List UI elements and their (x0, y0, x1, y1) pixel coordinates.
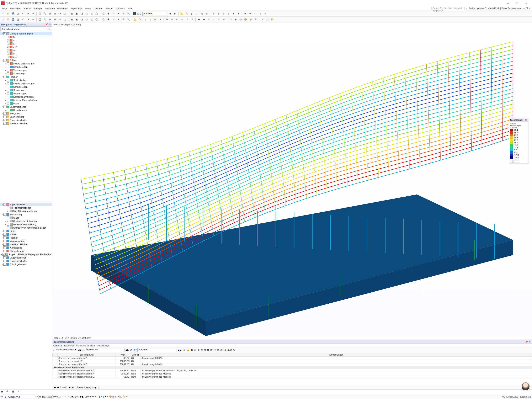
toolbar-button[interactable]: 🎨 (243, 17, 248, 22)
bottom-tool[interactable]: ↔ (96, 395, 99, 398)
tree-row[interactable]: ▸Linien (0, 229, 52, 233)
toolbar-button[interactable]: ⤢ (263, 12, 268, 16)
checkbox[interactable] (3, 236, 6, 239)
tree-row[interactable]: ▸Ergebnisschnitte (0, 119, 52, 122)
3d-canvas[interactable]: Verschiebungen u_Z [mm] Steuerpanel✕ (52, 22, 532, 336)
toolbar-button[interactable]: ⊖ (165, 17, 169, 22)
checkbox[interactable] (7, 220, 9, 222)
panel-tab1-icon[interactable] (510, 160, 513, 163)
bottom-tool[interactable]: ⊗ (89, 395, 91, 398)
toolbar-button[interactable]: ⤢ (216, 17, 221, 22)
menu-berechnen[interactable]: Berechnen (56, 7, 70, 10)
summary-tool[interactable]: ⊞ (201, 349, 203, 351)
checkbox[interactable] (3, 76, 6, 78)
tree-row[interactable]: u_Z (0, 45, 52, 49)
checkbox[interactable] (3, 122, 6, 125)
toolbar-button[interactable]: ↶ (21, 12, 25, 16)
summary-tool[interactable]: ⊹ (198, 349, 200, 351)
checkbox[interactable] (7, 223, 9, 226)
toolbar-button[interactable]: ⊟ (53, 12, 57, 16)
bottom-tool[interactable]: ⤢ (100, 395, 102, 398)
toolbar-button[interactable]: ⬢ (106, 17, 111, 22)
summary-tool[interactable]: 🔍 (183, 349, 186, 351)
tree-row[interactable]: ▾Flächen (0, 75, 52, 79)
tree-row[interactable]: Umrisse von verformten Flächen (0, 226, 52, 229)
summary-menu-gehezu[interactable]: Gehe zu (53, 344, 62, 347)
summary-tool[interactable]: 📊 (223, 349, 226, 351)
bottom-tool[interactable]: \ (61, 395, 61, 398)
toolbar-button[interactable]: ↷ (26, 17, 30, 22)
col-anmerkungen[interactable]: Anmerkungen (141, 353, 532, 357)
summary-menu-einstellungen[interactable]: Einstellungen (96, 344, 110, 347)
toolbar-button[interactable]: ◑ (238, 17, 243, 22)
summary-tool[interactable]: 🔓 (187, 349, 190, 351)
menu-datei[interactable]: Datei (1, 7, 9, 10)
checkbox[interactable] (3, 213, 6, 216)
menu-ansicht[interactable]: Ansicht (22, 7, 32, 10)
toolbar-button[interactable]: ✂ (31, 17, 35, 22)
checkbox[interactable] (3, 112, 6, 115)
panel-close-icon[interactable]: ✕ (49, 23, 51, 26)
toolbar-button[interactable]: ✧ (111, 12, 116, 16)
col-wert[interactable]: Wert (116, 353, 130, 357)
toolbar-button[interactable]: ⊕ (204, 12, 209, 16)
toolbar-button[interactable]: ↶ (21, 17, 25, 22)
bottom-tool[interactable]: ⟲ (92, 395, 94, 398)
tree-row[interactable]: φᵧ (0, 52, 52, 55)
summary-tool[interactable]: ▦ (207, 349, 209, 351)
table-row[interactable]: Summe der Lasten in Z33059.80kN (53, 360, 532, 363)
tree-row[interactable]: ▸Lokale Verformungen (0, 82, 52, 85)
bottom-tool[interactable]: ▦ (42, 395, 44, 398)
toolbar-button[interactable]: ↕ (212, 17, 216, 22)
toolbar-button[interactable]: ∫ (148, 17, 152, 22)
toolbar-button[interactable]: ✎ (253, 17, 258, 22)
menu-zuordnen[interactable]: Zuordnen (44, 7, 56, 10)
tree-row[interactable]: ▾Globale Verformungen (0, 32, 52, 35)
checkbox[interactable] (3, 243, 6, 246)
checkbox[interactable] (7, 207, 9, 209)
toolbar-button[interactable]: ∑ (143, 17, 147, 22)
toolbar-button[interactable]: ⊘ (175, 17, 179, 22)
toolbar-button[interactable]: ⟳ (57, 12, 62, 16)
tree-row[interactable]: uₓ (0, 39, 52, 42)
tree-row[interactable]: ▸Form (0, 102, 52, 105)
menu-fenster[interactable]: Fenster (104, 7, 114, 10)
summary-tool[interactable]: 👁 (194, 349, 196, 351)
checkbox[interactable] (7, 69, 9, 71)
tree-row[interactable]: φₓ (0, 49, 52, 52)
toolbar-button[interactable]: ⊘ (221, 12, 226, 16)
toolbar-button[interactable]: ⟳ (228, 17, 233, 22)
checkbox[interactable] (7, 102, 9, 105)
bottom-tool[interactable]: ⬆ (105, 395, 106, 398)
tree-row[interactable]: ▸Schnittgrößen (0, 85, 52, 89)
toolbar-button[interactable]: ⚙ (121, 12, 126, 16)
radio[interactable] (7, 49, 9, 51)
cs-icon[interactable]: ⊹ (1, 395, 3, 398)
tree-row[interactable]: ▸Clippingebenen (0, 263, 52, 266)
checkbox[interactable] (7, 109, 9, 111)
toolbar-button[interactable]: ⌂ (180, 17, 184, 22)
checkbox[interactable] (7, 99, 9, 101)
bottom-tool[interactable]: ◯ (51, 395, 54, 398)
menu-ergebnisse[interactable]: Ergebnisse (70, 7, 83, 10)
toolbar-button[interactable]: ↔ (253, 12, 258, 16)
table-row[interactable]: Resultierende der Reaktionen um Z63.47kN… (53, 375, 532, 378)
toolbar-button[interactable]: fx (200, 12, 204, 16)
checkbox[interactable] (3, 250, 6, 252)
toolbar-button[interactable]: ▦ (70, 17, 74, 22)
summary-tool[interactable]: 0.00 (228, 349, 232, 351)
maximize-button[interactable]: ▢ (513, 0, 522, 6)
checkbox[interactable] (3, 256, 6, 259)
bottom-tool[interactable]: 📐 (119, 395, 122, 398)
toolbar-button[interactable]: ▦ (70, 12, 74, 16)
toolbar-button[interactable]: ↕ (258, 12, 263, 16)
toolbar-button[interactable]: ◯ (94, 17, 99, 22)
tree-row[interactable]: ▸Ergebniswerte (0, 203, 52, 206)
bottom-tool[interactable]: fx (112, 395, 114, 398)
tree-row[interactable]: ▾Stäbe (0, 59, 52, 62)
toolbar-button[interactable]: 🖨 (16, 12, 20, 16)
tree-row[interactable]: ▸Spannungen (0, 89, 52, 92)
summary-tool[interactable]: ⊟ (204, 349, 206, 351)
summary-menu-ansicht[interactable]: Ansicht (87, 344, 95, 347)
toolbar-button[interactable]: ⊟ (53, 17, 57, 22)
